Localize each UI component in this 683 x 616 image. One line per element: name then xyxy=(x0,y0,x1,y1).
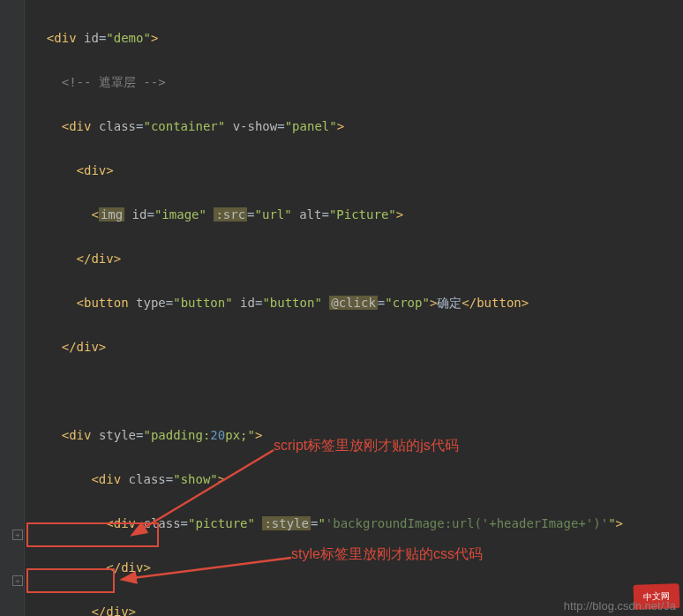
annotation-text-style: style标签里放刚才贴的css代码 xyxy=(291,545,483,564)
code-line xyxy=(32,380,678,402)
annotation-text-script: script标签里放刚才贴的js代码 xyxy=(274,437,459,455)
code-line: </div> xyxy=(32,336,678,358)
code-line: <button type="button" id="button" @click… xyxy=(32,292,678,314)
fold-expand-icon[interactable]: + xyxy=(12,575,23,586)
annotation-box-script xyxy=(26,522,159,547)
code-line: <div id="demo"> xyxy=(32,27,678,49)
fold-expand-icon[interactable]: + xyxy=(12,530,23,540)
code-line: <div class="container" v-show="panel"> xyxy=(32,116,678,138)
code-line: </div> xyxy=(32,248,678,270)
code-line: <div> xyxy=(32,160,678,182)
code-line: <!-- 遮罩层 --> xyxy=(32,71,678,94)
watermark-text: http://blog.csdn.net/Ja xyxy=(564,599,676,612)
code-line: <img id="image" :src="url" alt="Picture"… xyxy=(32,204,678,226)
gutter xyxy=(0,0,25,616)
annotation-box-style xyxy=(26,568,115,593)
code-line: <div class="show"> xyxy=(32,469,678,491)
